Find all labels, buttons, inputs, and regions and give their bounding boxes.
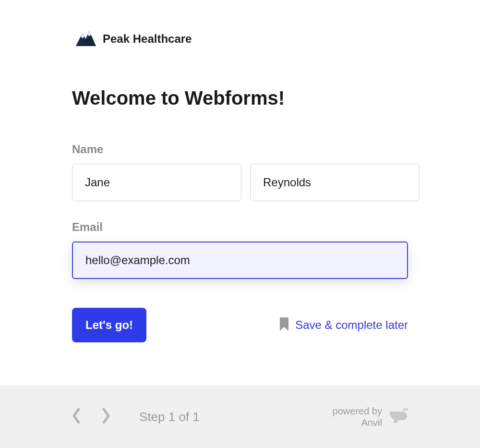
page-title: Welcome to Webforms! (72, 87, 408, 109)
chevron-left-icon (72, 408, 82, 424)
footer: Step 1 of 1 powered by Anvil (0, 386, 480, 448)
email-input[interactable] (72, 242, 408, 279)
svg-rect-4 (403, 409, 408, 411)
save-later-label: Save & complete later (295, 318, 408, 332)
prev-step-button[interactable] (72, 408, 82, 425)
brand-name: Peak Healthcare (103, 32, 192, 46)
email-label: Email (72, 220, 408, 234)
save-later-link[interactable]: Save & complete later (279, 317, 408, 333)
anvil-logo-icon (390, 409, 408, 425)
chevron-right-icon (101, 408, 110, 424)
last-name-input[interactable] (250, 164, 420, 201)
step-indicator: Step 1 of 1 (139, 410, 200, 424)
name-label: Name (72, 143, 408, 156)
header: Peak Healthcare (72, 29, 408, 49)
bookmark-icon (279, 317, 289, 333)
powered-by-text: powered by Anvil (333, 405, 382, 428)
email-field-group: Email (72, 220, 408, 279)
submit-button[interactable]: Let's go! (72, 308, 146, 342)
next-step-button[interactable] (101, 408, 110, 425)
first-name-input[interactable] (72, 164, 241, 201)
brand-logo-icon (72, 29, 97, 49)
name-field-group: Name (72, 143, 408, 201)
